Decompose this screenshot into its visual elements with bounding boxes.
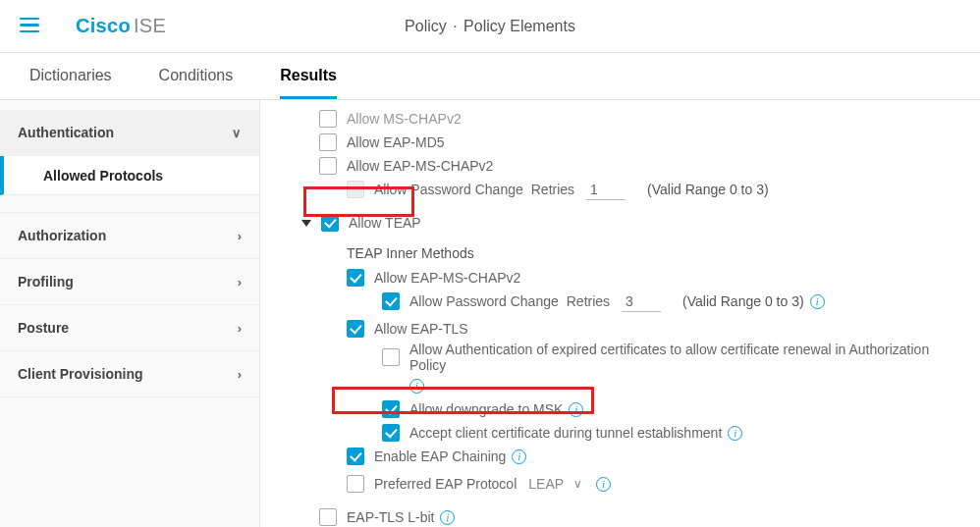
checkbox-allow-password-change-disabled xyxy=(347,181,364,198)
sidebar-label-authorization: Authorization xyxy=(18,228,106,243)
checkbox-teap-eap-ms-chapv2[interactable] xyxy=(347,269,364,287)
label-allow-downgrade-msk: Allow downgrade to MSK xyxy=(409,401,563,417)
label-retries: Retries xyxy=(531,182,574,197)
info-icon[interactable]: i xyxy=(440,510,455,525)
info-icon[interactable]: i xyxy=(512,449,526,464)
sidebar: Authentication ∨ Allowed Protocols Autho… xyxy=(0,100,260,527)
label-preferred-eap-protocol: Preferred EAP Protocol xyxy=(374,476,517,492)
checkbox-preferred-eap-protocol[interactable] xyxy=(347,475,364,493)
chevron-down-icon: ∨ xyxy=(232,126,242,140)
select-value-leap: LEAP xyxy=(528,476,564,492)
info-icon[interactable]: i xyxy=(810,294,825,309)
section-teap-inner-methods: TEAP Inner Methods xyxy=(347,245,960,261)
select-preferred-eap-protocol[interactable]: LEAP ∨ xyxy=(528,476,582,492)
sidebar-label-profiling: Profiling xyxy=(18,274,74,290)
app-header: CiscoISE Policy · Policy Elements xyxy=(0,0,980,53)
body: Authentication ∨ Allowed Protocols Autho… xyxy=(0,100,980,527)
label-allow-teap: Allow TEAP xyxy=(349,215,421,231)
chevron-right-icon: › xyxy=(238,275,242,290)
label-accept-client-cert: Accept client certificate during tunnel … xyxy=(409,425,722,441)
label-allow-eap-md5: Allow EAP-MD5 xyxy=(347,134,445,150)
label-allow-eap-ms-chapv2: Allow EAP-MS-CHAPv2 xyxy=(347,158,493,174)
chevron-right-icon: › xyxy=(238,321,242,336)
tab-conditions[interactable]: Conditions xyxy=(159,55,234,99)
sidebar-item-client-provisioning[interactable]: Client Provisioning › xyxy=(0,351,259,397)
checkbox-allow-downgrade-msk[interactable] xyxy=(382,400,400,418)
breadcrumb: Policy · Policy Elements xyxy=(405,18,575,35)
label-retries-2: Retries xyxy=(567,293,610,309)
info-icon[interactable]: i xyxy=(596,477,611,492)
checkbox-auth-expired-certs[interactable] xyxy=(382,348,400,366)
breadcrumb-policy[interactable]: Policy xyxy=(405,18,447,34)
tab-results[interactable]: Results xyxy=(280,55,337,99)
label-teap-eap-ms-chapv2: Allow EAP-MS-CHAPv2 xyxy=(374,270,520,286)
label-auth-expired-certs: Allow Authentication of expired certific… xyxy=(409,342,960,373)
collapse-triangle-icon[interactable] xyxy=(301,220,311,227)
chevron-right-icon: › xyxy=(238,229,242,243)
info-icon[interactable]: i xyxy=(569,402,583,417)
info-icon[interactable]: i xyxy=(728,426,742,441)
brand-ise: ISE xyxy=(134,15,166,36)
sidebar-label-authentication: Authentication xyxy=(18,125,114,140)
tabs-bar: Dictionaries Conditions Results xyxy=(0,53,980,100)
sidebar-subitem-allowed-protocols[interactable]: Allowed Protocols xyxy=(0,156,259,195)
label-allow-password-change: Allow Password Change xyxy=(374,182,523,197)
label-allow-eap-tls: Allow EAP-TLS xyxy=(374,321,468,337)
checkbox-enable-eap-chaining[interactable] xyxy=(347,448,364,465)
sidebar-label-client-provisioning: Client Provisioning xyxy=(18,366,143,382)
sidebar-item-authorization[interactable]: Authorization › xyxy=(0,213,259,259)
content-area: Allow MS-CHAPv2 Allow EAP-MD5 Allow EAP-… xyxy=(260,100,980,527)
range-text-1: (Valid Range 0 to 3) xyxy=(647,182,768,197)
checkbox-allow-eap-ms-chapv2[interactable] xyxy=(319,157,337,175)
range-text-2: (Valid Range 0 to 3) xyxy=(682,293,803,309)
tab-dictionaries[interactable]: Dictionaries xyxy=(29,55,112,99)
info-icon[interactable]: i xyxy=(409,379,424,394)
label-allow-mschapv2: Allow MS-CHAPv2 xyxy=(347,111,462,127)
checkbox-allow-eap-md5[interactable] xyxy=(319,133,337,151)
brand-logo: CiscoISE xyxy=(76,15,166,37)
brand-cisco: Cisco xyxy=(76,15,131,36)
sidebar-sublabel-allowed-protocols: Allowed Protocols xyxy=(43,168,163,184)
checkbox-accept-client-cert[interactable] xyxy=(382,424,400,442)
checkbox-allow-teap[interactable] xyxy=(321,214,339,232)
checkbox-eap-tls-lbit[interactable] xyxy=(319,508,337,526)
label-teap-password-change: Allow Password Change xyxy=(409,293,559,309)
checkbox-allow-mschapv2[interactable] xyxy=(319,110,337,128)
sidebar-item-posture[interactable]: Posture › xyxy=(0,305,259,351)
label-eap-tls-lbit: EAP-TLS L-bit xyxy=(347,509,434,525)
breadcrumb-separator: · xyxy=(453,18,457,34)
chevron-down-icon: ∨ xyxy=(573,477,582,491)
sidebar-item-profiling[interactable]: Profiling › xyxy=(0,259,259,305)
breadcrumb-policy-elements[interactable]: Policy Elements xyxy=(463,18,575,34)
sidebar-item-authentication[interactable]: Authentication ∨ xyxy=(0,110,259,156)
label-enable-eap-chaining: Enable EAP Chaining xyxy=(374,448,506,464)
sidebar-label-posture: Posture xyxy=(18,320,69,336)
checkbox-teap-password-change[interactable] xyxy=(382,292,400,310)
hamburger-menu-icon[interactable] xyxy=(20,18,41,35)
chevron-right-icon: › xyxy=(238,367,242,382)
retries-input-1[interactable] xyxy=(586,180,626,200)
retries-input-2[interactable] xyxy=(622,291,661,312)
checkbox-allow-eap-tls[interactable] xyxy=(347,320,364,338)
